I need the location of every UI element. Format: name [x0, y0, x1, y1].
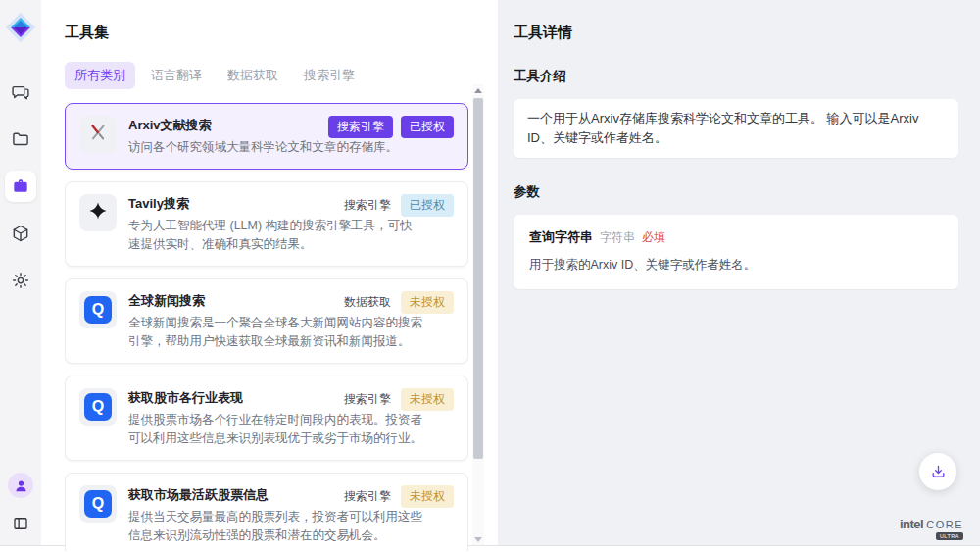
tool-badges: 搜索引擎 已授权 — [328, 116, 454, 138]
tool-detail-panel: 工具详情 工具介绍 一个用于从Arxiv存储库搜索科学论文和文章的工具。 输入可… — [498, 0, 980, 545]
param-card: 查询字符串 字符串 必填 用于搜索的Arxiv ID、关键字或作者姓名。 — [514, 215, 958, 289]
gear-icon[interactable] — [5, 265, 36, 296]
tool-category-badge: 搜索引擎 — [328, 116, 393, 138]
sidebar-bottom — [8, 473, 33, 535]
tool-category-badge: 搜索引擎 — [342, 194, 393, 217]
tool-description: 专为人工智能代理 (LLM) 构建的搜索引擎工具，可快速提供实时、准确和真实的结… — [128, 217, 424, 254]
tool-list-panel: 工具集 所有类别语言翻译数据获取搜索引擎 Arxiv文献搜索 访问各个研究领域大… — [41, 0, 498, 545]
tool-icon: Q — [79, 485, 117, 523]
tool-list: Arxiv文献搜索 访问各个研究领域大量科学论文和文章的存储库。 搜索引擎 已授… — [65, 103, 468, 551]
arxiv-icon — [87, 122, 109, 147]
core-wordmark: CORE — [926, 519, 963, 530]
tool-icon: Q — [79, 291, 117, 328]
ultra-badge: ULTRA — [936, 532, 963, 540]
folder-icon[interactable] — [5, 124, 36, 155]
param-name: 查询字符串 — [529, 227, 593, 247]
chat-icon[interactable] — [5, 76, 36, 108]
category-tab[interactable]: 所有类别 — [65, 62, 135, 89]
sparkle-icon — [88, 201, 108, 225]
param-type: 字符串 — [600, 227, 635, 247]
page-title: 工具集 — [65, 24, 498, 42]
scrollbar-down-arrow[interactable] — [472, 533, 484, 545]
category-tab[interactable]: 语言翻译 — [141, 62, 212, 89]
tool-badges: 搜索引擎 未授权 — [342, 388, 454, 411]
avatar[interactable] — [8, 473, 33, 498]
download-button[interactable] — [919, 453, 956, 490]
category-tabs: 所有类别语言翻译数据获取搜索引擎 — [65, 62, 498, 89]
tool-status-badge: 已授权 — [401, 194, 454, 217]
tool-status-badge: 未授权 — [401, 485, 454, 508]
tool-card[interactable]: Q 获取市场最活跃股票信息 提供当天交易量最高的股票列表，投资者可以利用这些信息… — [65, 473, 468, 551]
news-app-icon: Q — [84, 296, 112, 324]
tool-category-badge: 搜索引擎 — [342, 485, 393, 508]
tool-description: 提供当天交易量最高的股票列表，投资者可以利用这些信息来识别流动性强的股票和潜在的… — [128, 508, 424, 545]
tool-card[interactable]: Tavily搜索 专为人工智能代理 (LLM) 构建的搜索引擎工具，可快速提供实… — [65, 181, 468, 267]
sidebar-nav — [5, 76, 36, 296]
tool-status-badge: 已授权 — [401, 116, 454, 138]
news-app-icon: Q — [84, 490, 112, 518]
tool-card[interactable]: Arxiv文献搜索 访问各个研究领域大量科学论文和文章的存储库。 搜索引擎 已授… — [65, 103, 468, 170]
intel-wordmark: intel — [900, 517, 923, 531]
tool-badges: 数据获取 未授权 — [342, 291, 454, 314]
icon-sidebar — [0, 0, 41, 545]
app-window: 工具集 所有类别语言翻译数据获取搜索引擎 Arxiv文献搜索 访问各个研究领域大… — [0, 0, 980, 546]
tool-icon — [79, 116, 117, 153]
tool-description: 提供股票市场各个行业在特定时间段内的表现。投资者可以利用这些信息来识别表现优于或… — [128, 411, 424, 448]
tool-icon: Q — [79, 388, 117, 426]
tool-description: 全球新闻搜索是一个聚合全球各大新闻网站内容的搜索引擎，帮助用户快速获取全球最新资… — [128, 314, 424, 351]
tool-card[interactable]: Q 获取股市各行业表现 提供股票市场各个行业在特定时间段内的表现。投资者可以利用… — [65, 376, 468, 461]
param-required-badge: 必填 — [642, 227, 665, 247]
tool-badges: 搜索引擎 未授权 — [342, 485, 454, 508]
tool-status-badge: 未授权 — [401, 291, 454, 314]
category-tab[interactable]: 数据获取 — [218, 62, 288, 89]
toolbox-icon[interactable] — [5, 171, 36, 202]
news-app-icon: Q — [84, 393, 112, 421]
tool-category-badge: 数据获取 — [342, 291, 393, 314]
download-icon — [930, 464, 947, 480]
intel-core-logo: intel CORE ULTRA — [900, 517, 963, 531]
scrollbar[interactable] — [472, 84, 484, 545]
detail-title: 工具详情 — [514, 24, 958, 42]
intro-heading: 工具介绍 — [514, 68, 958, 85]
intro-card: 一个用于从Arxiv存储库搜索科学论文和文章的工具。 输入可以是Arxiv ID… — [514, 99, 958, 158]
tool-badges: 搜索引擎 已授权 — [342, 194, 454, 217]
tool-status-badge: 未授权 — [401, 388, 454, 411]
param-description: 用于搜索的Arxiv ID、关键字或作者姓名。 — [529, 255, 943, 275]
params-heading: 参数 — [514, 183, 958, 201]
app-logo-icon — [5, 12, 36, 43]
param-head: 查询字符串 字符串 必填 — [529, 227, 943, 247]
tool-description: 访问各个研究领域大量科学论文和文章的存储库。 — [128, 138, 424, 157]
scrollbar-up-arrow[interactable] — [472, 84, 484, 96]
panel-toggle-icon[interactable] — [9, 512, 32, 535]
category-tab[interactable]: 搜索引擎 — [294, 62, 365, 89]
cube-icon[interactable] — [5, 218, 36, 249]
scrollbar-thumb[interactable] — [473, 98, 483, 459]
tool-card[interactable]: Q 全球新闻搜索 全球新闻搜索是一个聚合全球各大新闻网站内容的搜索引擎，帮助用户… — [65, 278, 468, 364]
tool-icon — [79, 194, 117, 231]
tool-category-badge: 搜索引擎 — [342, 388, 393, 411]
